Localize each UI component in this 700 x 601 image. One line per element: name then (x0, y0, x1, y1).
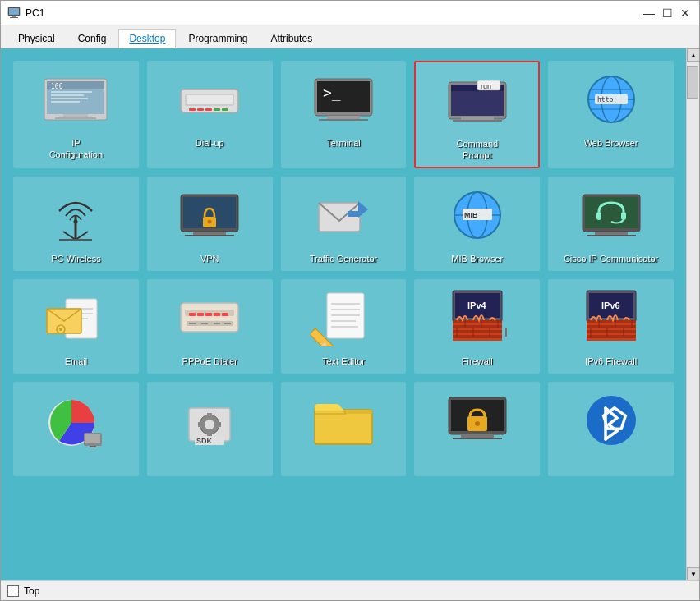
icon-locked-terminal[interactable] (414, 382, 540, 476)
svg-rect-64 (595, 232, 628, 235)
icon-pc-wireless-image (43, 182, 108, 248)
status-bar: Top (1, 580, 699, 600)
icon-ip-configuration-label: IPConfiguration (49, 137, 103, 161)
svg-rect-73 (181, 303, 238, 332)
svg-rect-115 (587, 335, 636, 338)
icon-sdk-image: SDK (177, 388, 242, 453)
icon-folder-image (311, 388, 376, 453)
svg-rect-26 (319, 119, 368, 121)
svg-point-128 (205, 420, 214, 429)
minimize-button[interactable]: — (642, 6, 656, 21)
icon-web-browser-label: Web Browser (584, 137, 638, 149)
title-bar-left: PC1 (7, 7, 44, 20)
icon-ip-configuration[interactable]: 106 IPConfiguration (13, 61, 139, 168)
icon-command-prompt-label: CommandPrompt (456, 138, 498, 162)
svg-rect-12 (63, 114, 88, 117)
svg-rect-142 (453, 438, 502, 439)
svg-text:>_: >_ (323, 84, 341, 101)
icon-vpn[interactable]: VPN (147, 177, 273, 271)
icon-traffic-generator[interactable]: Traffic Generator (281, 177, 407, 271)
svg-rect-114 (587, 330, 636, 333)
tab-desktop[interactable]: Desktop (118, 29, 176, 48)
svg-rect-63 (621, 212, 626, 220)
icon-mib-browser-image: MIB (444, 182, 510, 248)
scroll-thumb[interactable] (687, 66, 698, 99)
icon-email-image (43, 285, 108, 351)
svg-rect-125 (90, 446, 96, 447)
svg-rect-124 (85, 434, 100, 443)
icon-cisco-ip-communicator-label: Cisco IP Communicator (564, 253, 658, 264)
icon-text-editor-label: Text Editor (322, 356, 365, 367)
svg-rect-76 (197, 313, 204, 316)
icon-pppoe-dialer[interactable]: PPPoE Dialer (147, 279, 273, 374)
icon-web-browser[interactable]: http: Web Browser (548, 61, 674, 168)
tab-programming[interactable]: Programming (177, 29, 258, 48)
svg-rect-9 (51, 94, 84, 96)
svg-rect-2 (12, 16, 16, 17)
svg-point-49 (208, 219, 212, 223)
tab-config[interactable]: Config (67, 29, 117, 48)
scroll-up-button[interactable]: ▲ (687, 48, 699, 62)
icon-bluetooth[interactable]: ⬠ (548, 382, 674, 476)
svg-rect-83 (214, 323, 220, 324)
svg-text:run: run (481, 82, 491, 90)
svg-rect-113 (587, 325, 636, 328)
main-window: PC1 — ☐ ✕ Physical Config Desktop Progra… (0, 0, 700, 601)
svg-rect-8 (51, 91, 92, 93)
svg-rect-135 (315, 410, 372, 444)
icon-text-editor-image (311, 285, 376, 351)
svg-rect-33 (453, 120, 502, 122)
icon-mib-browser[interactable]: MIB MIB Browser (414, 177, 540, 271)
scroll-down-button[interactable]: ▼ (687, 567, 699, 580)
icon-email[interactable]: Email (13, 279, 139, 374)
icon-locked-terminal-image (444, 388, 510, 453)
svg-rect-62 (596, 212, 601, 220)
tab-physical[interactable]: Physical (7, 29, 66, 48)
svg-rect-50 (193, 232, 226, 235)
icon-cisco-ip-communicator[interactable]: Cisco IP Communicator (548, 177, 674, 271)
vertical-scrollbar[interactable]: ▲ ▼ (686, 48, 699, 580)
icon-firewall-label: Firewall (462, 356, 493, 367)
svg-text:106: 106 (51, 83, 63, 90)
title-controls: — ☐ ✕ (642, 6, 693, 21)
icon-command-prompt[interactable]: run CommandPrompt (414, 61, 540, 168)
icon-bluetooth-image: ⬠ (578, 388, 644, 453)
scroll-track[interactable] (687, 62, 699, 567)
svg-rect-20 (214, 108, 220, 111)
window-title: PC1 (25, 7, 44, 19)
icon-firewall[interactable]: IPv4 (414, 279, 540, 374)
svg-text:SDK: SDK (196, 437, 213, 445)
icon-traffic-generator-label: Traffic Generator (310, 253, 378, 264)
icon-sdk[interactable]: SDK (147, 382, 273, 476)
icon-traffic-generator-image (311, 182, 376, 248)
svg-rect-19 (205, 108, 212, 111)
maximize-button[interactable]: ☐ (660, 6, 675, 21)
icon-ipv6-firewall[interactable]: IPv6 (548, 279, 674, 374)
icon-firewall-image: IPv4 (444, 285, 510, 351)
svg-rect-18 (197, 108, 204, 111)
icon-pie-chart[interactable] (13, 382, 139, 476)
icon-pc-wireless[interactable]: PC Wireless (13, 177, 139, 271)
top-checkbox[interactable] (7, 585, 19, 597)
icon-command-prompt-image: run (444, 67, 510, 133)
desktop-area[interactable]: 106 IPConfiguration (1, 48, 686, 580)
svg-text:http:: http: (597, 96, 617, 103)
icon-dial-up-image (177, 67, 242, 132)
icon-text-editor[interactable]: Text Editor (281, 279, 407, 374)
icon-ipv6-firewall-image: IPv6 (578, 285, 644, 351)
icon-pppoe-dialer-label: PPPoE Dialer (182, 356, 237, 367)
icon-mib-browser-label: MIB Browser (451, 253, 503, 264)
close-button[interactable]: ✕ (678, 6, 693, 21)
icon-dial-up[interactable]: Dial-up (147, 61, 273, 168)
svg-rect-54 (348, 211, 359, 217)
tab-attributes[interactable]: Attributes (260, 29, 323, 48)
icon-cisco-ip-communicator-image (578, 182, 644, 248)
icon-ip-configuration-image: 106 (43, 67, 108, 132)
svg-rect-78 (214, 313, 220, 316)
icon-folder[interactable] (281, 382, 407, 476)
svg-line-43 (76, 232, 88, 240)
svg-rect-52 (319, 203, 360, 232)
icon-terminal-label: Terminal (326, 137, 361, 149)
icon-terminal[interactable]: >_ Terminal (281, 61, 407, 168)
icon-email-label: Email (65, 356, 88, 367)
